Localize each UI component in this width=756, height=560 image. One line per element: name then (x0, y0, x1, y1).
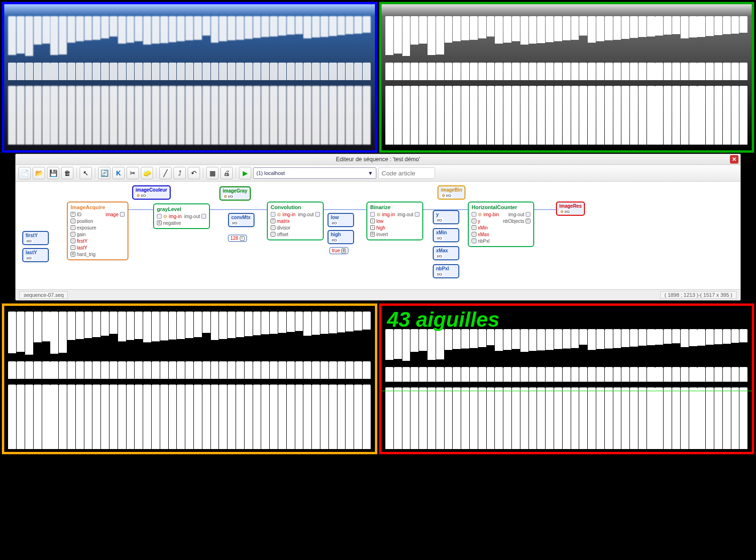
param-label: divisor (277, 225, 291, 230)
new-button[interactable]: 📄 (18, 167, 31, 179)
status-coords: ( 1898 ; 1213 )-( 1517 x 395 ) (660, 291, 737, 299)
host-selected: (1) localhost (256, 170, 285, 176)
node-xmax[interactable]: xMaxI/O (433, 246, 459, 260)
param-label: xMin (478, 225, 488, 230)
print-button[interactable]: 🖨 (220, 167, 233, 179)
node-canvas[interactable]: firstY I/O lastY I/O ImageAcquire TIDima… (16, 182, 740, 289)
k-button[interactable]: K (112, 167, 125, 179)
node-nbpxl[interactable]: nbPxlI/O (433, 264, 459, 278)
io-badge: I/O (436, 236, 443, 240)
node-y[interactable]: yI/O (433, 210, 459, 224)
refresh-button[interactable]: 🔄 (98, 167, 110, 179)
needles-result-image: 43 aiguilles (382, 306, 752, 452)
output-label: nbObjects (503, 219, 524, 224)
run-button[interactable]: ▶ (239, 167, 251, 179)
param-label: xMax (478, 232, 489, 237)
output-label: image (106, 212, 118, 217)
window-title: Editeur de séquence : 'test démo' (336, 156, 420, 163)
panel-image-gray (379, 2, 755, 153)
node-title: xMin (436, 230, 456, 235)
needles-color-image (4, 4, 375, 150)
open-button[interactable]: 📂 (33, 167, 45, 179)
status-bar: sequence-07.seq ( 1898 ; 1213 )-( 1517 x… (16, 289, 740, 300)
window-title-bar[interactable]: Editeur de séquence : 'test démo' ✕ (16, 154, 740, 165)
node-image-bin[interactable]: imageBin ⚙ I/O (437, 185, 465, 200)
node-title: y (436, 212, 456, 217)
param-label: exposure (77, 225, 96, 230)
scan-line (382, 391, 752, 391)
undo-button[interactable]: ↶ (188, 167, 200, 179)
input-label: img-in (169, 214, 182, 219)
needles-gray-image (382, 4, 752, 150)
io-badge: I/O (436, 254, 443, 258)
output-label: img-out (509, 212, 524, 217)
grid-button[interactable]: ▦ (206, 167, 219, 179)
output-label: img-out (184, 214, 200, 219)
node-image-acquire[interactable]: ImageAcquire TIDimage Iposition Iexposur… (67, 202, 128, 260)
param-label: low (376, 219, 383, 224)
value-true[interactable]: trueB (329, 247, 348, 254)
node-firstY[interactable]: firstY I/O (22, 231, 49, 245)
separator (203, 168, 203, 178)
node-high[interactable]: highI/O (328, 230, 354, 244)
wire (210, 209, 267, 210)
param-label: ID (77, 212, 82, 217)
param-label: firstY (77, 239, 88, 244)
io-badge: I/O (331, 221, 338, 225)
node-xmin[interactable]: xMinI/O (433, 228, 459, 242)
node-convolution[interactable]: Convolution ⚙img-inimg-out Tmatrix Idivi… (267, 202, 324, 240)
param-label: high (376, 225, 385, 230)
param-label: lastY (77, 245, 87, 250)
param-label: invert (376, 232, 388, 237)
node-title: lastY (26, 250, 46, 255)
code-article-input[interactable] (378, 167, 435, 179)
node-image-res[interactable]: imageRes ⚙ I/O (556, 202, 585, 216)
io-badge: I/O (436, 218, 443, 222)
node-lastY[interactable]: lastY I/O (22, 248, 49, 262)
save-button[interactable]: 💾 (47, 167, 59, 179)
line-tool[interactable]: ╱ (159, 167, 172, 179)
node-binarize[interactable]: Binarize ⚙img-inimg-out Ilow Ihigh Binve… (366, 202, 423, 240)
node-image-couleur[interactable]: imageCouleur ⚙ I/O (132, 185, 171, 200)
param-label: negative (163, 220, 181, 226)
io-badge: I/O (331, 238, 338, 242)
node-low[interactable]: lowI/O (328, 213, 354, 227)
value-128[interactable]: 128I (228, 235, 247, 242)
wire (534, 209, 556, 210)
param-label: gain (77, 232, 86, 237)
param-label: matrix (277, 219, 290, 224)
erase-button[interactable]: 🧽 (141, 167, 153, 179)
node-image-gray[interactable]: imageGray ⚙ I/O (219, 186, 251, 201)
param-label: hard_trig (77, 252, 95, 257)
panel-image-couleur (2, 2, 377, 153)
value-label: 128 (230, 236, 238, 241)
wire (324, 209, 366, 210)
io-badge: ⚙ I/O (441, 193, 452, 198)
status-filename: sequence-07.seq (19, 291, 68, 299)
node-title: imageGray (223, 188, 247, 193)
node-title: imageCouleur (136, 187, 167, 193)
node-gray-level[interactable]: grayLevel ⚙img-inimg-out Bnegative (153, 203, 210, 229)
delete-button[interactable]: 🗑 (61, 167, 73, 179)
node-conv-mtx[interactable]: convMtx I/O (228, 213, 255, 227)
wire (129, 209, 130, 210)
output-label: img-out (398, 212, 413, 217)
node-title: imageBin (441, 187, 462, 193)
pointer-tool[interactable]: ↖ (80, 167, 92, 179)
toolbar: 📄 📂 💾 🗑 ↖ 🔄 K ✂ 🧽 ╱ ⤴ ↶ ▦ 🖨 ▶ (1) localh… (16, 165, 740, 182)
io-badge: I/O (26, 256, 33, 260)
node-title: Binarize (370, 204, 391, 210)
host-select[interactable]: (1) localhost ▼ (253, 167, 376, 179)
value-label: true (332, 248, 340, 253)
node-title: xMax (436, 248, 456, 253)
param-label: nbPxl (478, 239, 490, 244)
separator (76, 168, 77, 178)
input-label: img-bin (483, 212, 499, 217)
io-badge: I/O (436, 272, 443, 276)
node-title: firstY (26, 233, 46, 238)
io-badge: ⚙ I/O (559, 210, 571, 214)
cut-button[interactable]: ✂ (127, 167, 139, 179)
break-tool[interactable]: ⤴ (173, 167, 186, 179)
node-horizontal-counter[interactable]: HorizontalCounter ⚙img-binimg-out IynbOb… (468, 202, 534, 247)
close-button[interactable]: ✕ (730, 155, 738, 164)
